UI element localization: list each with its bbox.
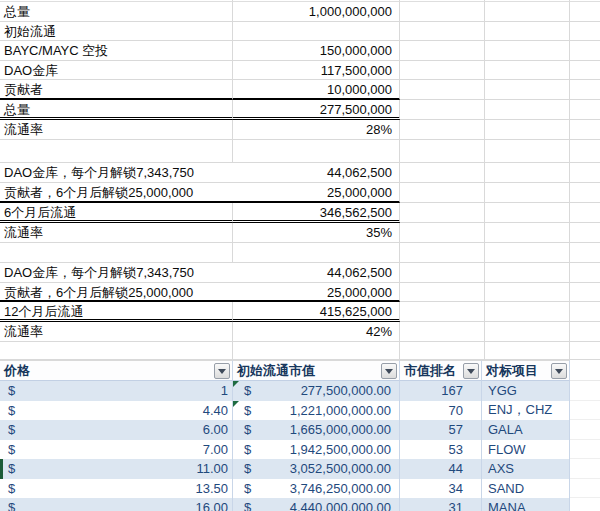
label-cell[interactable]: 12个月后流通: [0, 302, 233, 322]
empty-cell[interactable]: [570, 120, 600, 140]
empty-cell[interactable]: [570, 342, 600, 361]
benchmark-cell[interactable]: SAND: [482, 479, 570, 499]
value-cell[interactable]: 277,500,000: [233, 100, 400, 120]
rank-cell[interactable]: 31: [400, 498, 482, 511]
value-cell[interactable]: 150,000,000: [233, 41, 400, 61]
empty-cell[interactable]: [485, 120, 570, 140]
empty-cell[interactable]: [485, 80, 570, 100]
empty-cell[interactable]: [485, 61, 570, 81]
benchmark-cell[interactable]: AXS: [482, 459, 570, 479]
empty-cell[interactable]: [485, 183, 570, 203]
empty-cell[interactable]: [570, 61, 600, 81]
empty-cell[interactable]: [400, 283, 485, 302]
market-cap-cell[interactable]: $277,500,000.00: [233, 381, 400, 401]
filter-button-price[interactable]: [214, 363, 230, 379]
empty-cell[interactable]: [485, 263, 570, 283]
empty-cell[interactable]: [400, 22, 485, 42]
merged-label-value-cell[interactable]: 贡献者，6个月后解锁25,000,000 25,000,000: [0, 183, 400, 203]
empty-cell[interactable]: [570, 22, 600, 42]
empty-cell[interactable]: [570, 41, 600, 61]
empty-cell[interactable]: [485, 140, 570, 163]
empty-cell[interactable]: [485, 100, 570, 120]
label-cell[interactable]: 流通率: [0, 120, 233, 140]
empty-cell[interactable]: [400, 263, 485, 283]
empty-cell[interactable]: [400, 140, 485, 163]
value-cell[interactable]: 42%: [233, 322, 400, 342]
empty-cell[interactable]: [570, 100, 600, 120]
empty-cell[interactable]: [485, 203, 570, 223]
market-cap-cell[interactable]: $1,665,000,000.00: [233, 420, 400, 440]
value-cell[interactable]: [233, 22, 400, 42]
empty-cell[interactable]: [485, 41, 570, 61]
empty-cell[interactable]: [570, 263, 600, 283]
label-cell[interactable]: 6个月后流通: [0, 203, 233, 223]
empty-cell[interactable]: [570, 243, 600, 263]
empty-cell[interactable]: [400, 41, 485, 61]
empty-cell[interactable]: [400, 223, 485, 243]
empty-cell[interactable]: [233, 140, 400, 163]
market-cap-cell[interactable]: $3,746,250,000.00: [233, 479, 400, 499]
merged-label-value-cell[interactable]: DAO金库，每个月解锁7,343,750 44,062,500: [0, 163, 400, 183]
label-cell[interactable]: BAYC/MAYC 空投: [0, 41, 233, 61]
empty-cell[interactable]: [233, 342, 400, 361]
filter-button-rank[interactable]: [463, 363, 479, 379]
rank-cell[interactable]: 34: [400, 479, 482, 499]
empty-cell[interactable]: [400, 322, 485, 342]
empty-cell[interactable]: [485, 322, 570, 342]
price-cell[interactable]: $7.00: [0, 440, 233, 460]
rank-cell[interactable]: 167: [400, 381, 482, 401]
merged-label-value-cell[interactable]: 贡献者，6个月后解锁25,000,000 25,000,000: [0, 283, 400, 302]
empty-cell[interactable]: [485, 302, 570, 322]
price-cell[interactable]: $1: [0, 381, 233, 401]
empty-cell[interactable]: [400, 100, 485, 120]
price-cell[interactable]: $13.50: [0, 479, 233, 499]
empty-cell[interactable]: [485, 283, 570, 302]
label-cell[interactable]: DAO金库: [0, 61, 233, 81]
market-cap-cell[interactable]: $1,221,000,000.00: [233, 401, 400, 421]
label-cell[interactable]: 流通率: [0, 322, 233, 342]
rank-cell[interactable]: 44: [400, 459, 482, 479]
header-rank[interactable]: 市值排名: [400, 360, 482, 381]
value-cell[interactable]: 415,625,000: [233, 302, 400, 322]
price-cell[interactable]: $4.40: [0, 401, 233, 421]
empty-cell[interactable]: [570, 163, 600, 183]
empty-cell[interactable]: [570, 140, 600, 163]
filter-button-market-cap[interactable]: [381, 363, 397, 379]
empty-cell[interactable]: [570, 203, 600, 223]
empty-cell[interactable]: [400, 2, 485, 22]
benchmark-cell[interactable]: GALA: [482, 420, 570, 440]
header-price[interactable]: 价格: [0, 360, 233, 381]
empty-cell[interactable]: [400, 120, 485, 140]
empty-cell[interactable]: [570, 223, 600, 243]
header-market-cap[interactable]: 初始流通市值: [233, 360, 400, 381]
empty-cell[interactable]: [570, 302, 600, 322]
empty-cell[interactable]: [485, 22, 570, 42]
header-benchmark[interactable]: 对标项目: [482, 360, 570, 381]
empty-cell[interactable]: [485, 2, 570, 22]
empty-cell[interactable]: [570, 80, 600, 100]
empty-cell[interactable]: [400, 203, 485, 223]
value-cell[interactable]: 10,000,000: [233, 80, 400, 100]
rank-cell[interactable]: 57: [400, 420, 482, 440]
price-cell[interactable]: $11.00: [0, 459, 233, 479]
empty-cell[interactable]: [485, 163, 570, 183]
benchmark-cell[interactable]: FLOW: [482, 440, 570, 460]
market-cap-cell[interactable]: $1,942,500,000.00: [233, 440, 400, 460]
label-cell[interactable]: 贡献者: [0, 80, 233, 100]
empty-cell[interactable]: [400, 163, 485, 183]
empty-cell[interactable]: [400, 80, 485, 100]
value-cell[interactable]: 117,500,000: [233, 61, 400, 81]
label-cell[interactable]: 总量: [0, 2, 233, 22]
label-cell[interactable]: 初始流通: [0, 22, 233, 42]
price-cell[interactable]: $6.00: [0, 420, 233, 440]
value-cell[interactable]: 28%: [233, 120, 400, 140]
market-cap-cell[interactable]: $3,052,500,000.00: [233, 459, 400, 479]
empty-cell[interactable]: [0, 243, 233, 263]
empty-cell[interactable]: [570, 283, 600, 302]
empty-cell[interactable]: [400, 61, 485, 81]
empty-cell[interactable]: [400, 302, 485, 322]
empty-cell[interactable]: [485, 342, 570, 361]
empty-cell[interactable]: [570, 322, 600, 342]
rank-cell[interactable]: 53: [400, 440, 482, 460]
empty-cell[interactable]: [485, 223, 570, 243]
